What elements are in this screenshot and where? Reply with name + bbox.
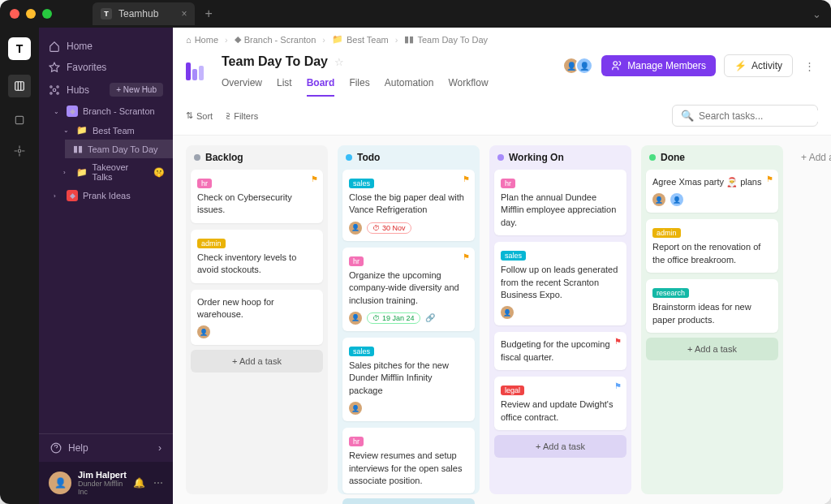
tab-list[interactable]: List xyxy=(277,77,292,97)
add-task-button[interactable]: + Add a task xyxy=(342,498,475,504)
add-task-button[interactable]: + Add a task xyxy=(494,435,626,458)
bc-page[interactable]: ▮▮ Team Day To Day xyxy=(404,34,488,45)
user-org: Dunder Mifflin Inc xyxy=(78,480,127,496)
tab-workflow[interactable]: Workflow xyxy=(448,77,488,97)
tag-hr: hr xyxy=(501,179,515,188)
column-header[interactable]: Done xyxy=(641,145,783,170)
flag-icon: ⚑ xyxy=(463,252,470,261)
tree-prank[interactable]: › ◆ Prank Ideas xyxy=(45,186,173,205)
user-profile[interactable]: 👤 Jim Halpert Dunder Mifflin Inc 🔔 ⋯ xyxy=(39,462,173,504)
rail-settings-icon[interactable] xyxy=(11,143,28,159)
chevron-right-icon: › xyxy=(158,442,161,454)
bc-team[interactable]: 📁 Best Team xyxy=(332,34,389,45)
page-title: Team Day To Day xyxy=(222,54,328,69)
board-icon xyxy=(186,54,212,80)
help-icon xyxy=(50,442,62,454)
manage-members-button[interactable]: Manage Members xyxy=(601,55,716,76)
svg-point-3 xyxy=(53,88,56,92)
tag-sales: sales xyxy=(349,347,374,356)
user-name: Jim Halpert xyxy=(78,470,127,480)
star-icon[interactable]: ☆ xyxy=(334,56,344,68)
task-card[interactable]: adminReport on the renovation of the off… xyxy=(646,219,778,273)
tree-branch[interactable]: ⌄ ◆ Branch - Scranton xyxy=(45,101,173,121)
window-maximize[interactable] xyxy=(42,9,52,19)
sidebar-favorites[interactable]: Favorites xyxy=(39,57,173,78)
sidebar-hubs[interactable]: Hubs + New Hub xyxy=(39,78,173,101)
rail-docs-icon[interactable] xyxy=(11,112,28,128)
chevron-down-icon[interactable]: ⌄ xyxy=(812,8,821,20)
app-rail: T xyxy=(0,28,39,504)
window-close[interactable] xyxy=(10,9,19,19)
status-dot xyxy=(649,154,656,161)
task-card[interactable]: ⚑legalReview and update Dwight's office … xyxy=(494,377,626,430)
more-icon[interactable]: ⋯ xyxy=(153,477,163,489)
task-card[interactable]: salesFollow up on leads generated from t… xyxy=(494,242,626,325)
users-icon xyxy=(611,60,622,71)
tag-admin: admin xyxy=(197,239,226,248)
task-card[interactable]: adminCheck inventory levels to avoid sto… xyxy=(191,230,323,283)
main-content: ⌂ Home › ◆ Branch - Scranton › 📁 Best Te… xyxy=(173,28,831,504)
tab-board[interactable]: Board xyxy=(307,77,335,97)
activity-icon: ⚡ xyxy=(734,60,747,71)
sidebar: Home Favorites Hubs + New Hub ⌄ ◆ xyxy=(39,28,173,504)
member-avatars[interactable]: 👤 👤 xyxy=(567,57,593,75)
window-minimize[interactable] xyxy=(26,9,36,19)
avatar: 👤 xyxy=(670,193,683,206)
sidebar-home[interactable]: Home xyxy=(39,36,173,57)
browser-tab[interactable]: T Teamhub × xyxy=(93,2,195,25)
tab-favicon: T xyxy=(101,8,112,19)
rail-boards-icon[interactable] xyxy=(8,75,31,97)
tree-best-team[interactable]: ⌄ 📁 Best Team xyxy=(55,121,173,140)
task-card[interactable]: ⚑hrCheck on Cybersecurity issues. xyxy=(191,170,323,223)
task-card[interactable]: ⚑Agree Xmas party 🎅 plans👤👤 xyxy=(646,170,778,213)
task-card[interactable]: Order new hoop for warehouse.👤 xyxy=(191,290,323,346)
avatar: 👤 xyxy=(575,57,593,75)
activity-button[interactable]: ⚡ Activity xyxy=(724,54,793,77)
due-date: ⏱ 30 Nov xyxy=(367,222,411,234)
status-dot xyxy=(194,154,200,161)
task-card[interactable]: salesSales pitches for the new Dunder Mi… xyxy=(342,338,475,421)
sort-button[interactable]: ⇅ Sort xyxy=(186,110,213,121)
chevron-right-icon: › xyxy=(54,192,62,200)
svg-point-7 xyxy=(57,92,58,93)
task-card[interactable]: researchBrainstorm ideas for new paper p… xyxy=(646,279,778,333)
new-hub-button[interactable]: + New Hub xyxy=(110,83,163,97)
svg-point-9 xyxy=(614,62,618,66)
bc-branch[interactable]: ◆ Branch - Scranton xyxy=(235,34,316,45)
svg-point-5 xyxy=(57,85,58,87)
tab-automation[interactable]: Automation xyxy=(385,77,434,97)
task-card[interactable]: hrReview resumes and setup interviews fo… xyxy=(342,428,475,493)
task-card[interactable]: ⚑hrOrganize the upcoming company-wide di… xyxy=(342,248,475,331)
add-column-button[interactable]: + Add a new co xyxy=(793,145,831,494)
task-card[interactable]: ⚑salesClose the big paper deal with Vanc… xyxy=(342,170,475,241)
task-card[interactable]: hrPlan the annual Dundee Mifflin employe… xyxy=(494,170,626,235)
folder-icon: 📁 xyxy=(76,167,88,178)
folder-icon: 📁 xyxy=(76,125,88,136)
add-task-button[interactable]: + Add a task xyxy=(646,338,778,360)
search-icon: 🔍 xyxy=(681,110,694,122)
task-card[interactable]: ⚑Budgeting for the upcoming fiscal quart… xyxy=(494,332,626,370)
chevron-right-icon: › xyxy=(63,169,71,176)
bell-icon[interactable]: 🔔 xyxy=(133,477,145,489)
sidebar-help[interactable]: Help › xyxy=(39,434,173,462)
tree-takeover[interactable]: › 📁 Takeover Talks 🤫 xyxy=(55,158,173,186)
close-icon[interactable]: × xyxy=(181,8,187,19)
column-header[interactable]: Todo xyxy=(338,145,480,170)
tab-files[interactable]: Files xyxy=(349,77,369,97)
avatar: 👤 xyxy=(349,222,362,235)
column-backlog: Backlog ⚑hrCheck on Cybersecurity issues… xyxy=(186,145,328,494)
more-icon[interactable]: ⋮ xyxy=(801,57,818,75)
search-box[interactable]: 🔍 xyxy=(672,105,818,127)
search-input[interactable] xyxy=(699,110,820,122)
column-header[interactable]: Working On xyxy=(489,145,631,170)
add-task-button[interactable]: + Add a task xyxy=(191,350,323,373)
column-header[interactable]: Backlog xyxy=(186,145,328,170)
home-icon xyxy=(49,41,60,52)
add-tab-icon[interactable]: + xyxy=(205,6,212,21)
filters-button[interactable]: ⫔ Filters xyxy=(226,111,258,121)
hubs-icon xyxy=(49,84,60,96)
bc-home[interactable]: ⌂ Home xyxy=(186,35,218,45)
tab-overview[interactable]: Overview xyxy=(222,77,262,97)
app-logo[interactable]: T xyxy=(8,37,31,60)
tree-team-day[interactable]: ▮▮ Team Day To Day xyxy=(65,140,173,158)
